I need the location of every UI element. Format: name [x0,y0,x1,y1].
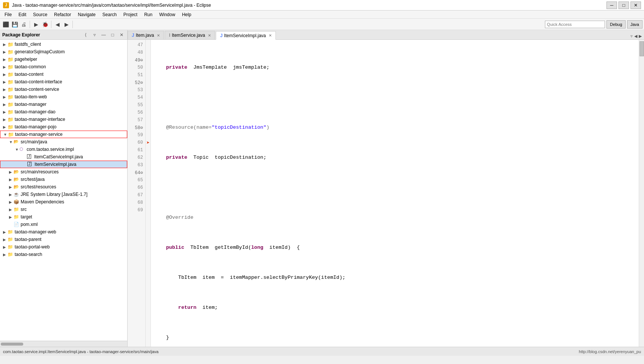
tree-label: taotao-manager-dao [15,109,56,114]
tab-item-java[interactable]: J Item.java ✕ [128,31,164,39]
run-button[interactable]: ▶ [32,20,40,29]
new-button[interactable]: ⬛ [2,20,10,29]
menu-project[interactable]: Project [120,11,140,18]
menu-help[interactable]: Help [179,11,194,18]
tree-label: target [21,214,32,220]
tree-item-fastdfs[interactable]: ▶ 📁 fastdfs_client [0,41,127,48]
tree-item-generator[interactable]: ▶ 📁 generatorSqlmapCustom [0,48,127,56]
debug-button[interactable]: 🐞 [41,20,49,29]
close-button[interactable]: ✕ [630,2,641,9]
pe-minimize-button[interactable]: — [100,32,107,38]
forward-button[interactable]: ▶ [62,20,71,29]
menu-edit[interactable]: Edit [15,11,29,18]
tree-item-content-interface[interactable]: ▶ 📁 taotao-content-interface [0,78,127,86]
save-button[interactable]: 💾 [11,20,19,29]
tree-item-target[interactable]: ▶ 📁 target [0,213,127,221]
pe-collapse-button[interactable]: ⟨ [82,32,89,38]
right-scrollbar-panel[interactable] [639,40,644,347]
line-num-63: 63 [128,161,145,169]
code-text: @Override [154,214,193,221]
tree-item-maven[interactable]: ▶ 📦 Maven Dependencies [0,198,127,206]
code-text: } [154,334,169,341]
tree-item-package[interactable]: ▼ ⬡ com.taotao.service.impl [0,146,127,153]
tree-item-pagehelper[interactable]: ▶ 📁 pagehelper [0,56,127,63]
java-icon: 🄹 [27,162,33,167]
java-file-icon: I [169,33,170,38]
tree-item-search[interactable]: ▶ 📁 taotao-search [0,251,127,258]
tree-item-src-main-java[interactable]: ▼ 📂 src/main/java [0,138,127,146]
folder-icon: 📁 [8,229,14,235]
pe-scroll-thumb[interactable] [1,343,23,346]
java-perspective-button[interactable]: Java [627,20,642,29]
folder-icon: 📁 [14,214,20,220]
maximize-button[interactable]: □ [618,2,629,9]
window-controls[interactable]: ─ □ ✕ [606,2,641,9]
tree-item-portal-web[interactable]: ▶ 📁 taotao-portal-web [0,243,127,251]
tab-close-button[interactable]: ✕ [269,33,272,38]
package-icon: ⬡ [20,147,26,152]
tree-item-manager-web[interactable]: ▶ 📁 taotao-manager-web [0,228,127,236]
tree-item-itemcat-java[interactable]: 🄹 ItemCatServiceImpl.java [0,153,127,161]
code-editor: 47 48 49⊖ 50 51 52⊖ 53 54 55 56 57 58⊖ 5… [128,40,644,347]
expand-arrow: ▶ [3,238,8,242]
menu-navigate[interactable]: Navigate [75,11,98,18]
line-num-59: 59 [128,131,145,139]
tabs-menu-button[interactable]: ▿ [630,33,633,39]
code-text: private JmsTemplate jmsTemplate; [154,64,269,71]
tree-item-manager-service[interactable]: ▼ 📁 taotao-manager-service [0,131,127,138]
quick-access-input[interactable] [545,21,605,28]
tree-item-parent[interactable]: ▶ 📁 taotao-parent [0,236,127,243]
tree-item-src-main-resources[interactable]: ▶ 📂 src/main/resources [0,168,127,176]
tree-item-content[interactable]: ▶ 📁 taotao-content [0,71,127,78]
menu-search[interactable]: Search [99,11,120,18]
menu-source[interactable]: Source [30,11,50,18]
pe-close-button[interactable]: ✕ [118,32,125,38]
folder-icon: 📁 [8,72,14,77]
tab-close-button[interactable]: ✕ [208,33,211,38]
expand-arrow: ▶ [9,170,14,174]
print-button[interactable]: 🖨 [20,20,28,29]
menu-file[interactable]: File [2,11,15,18]
menu-window[interactable]: Window [156,11,178,18]
tree-label: src/test/java [21,177,45,182]
minimize-button[interactable]: ─ [606,2,617,9]
tree-label: fastdfs_client [15,42,41,47]
debug-perspective-button[interactable]: Debug [606,20,625,29]
tree-item-src[interactable]: ▶ 📁 src [0,206,127,213]
folder-icon: 📁 [8,132,14,137]
tree-item-pom[interactable]: 📄 pom.xml [0,221,127,228]
gutter-53 [146,86,150,94]
tree-item-jre[interactable]: ▶ ☕ JRE System Library [JavaSE-1.7] [0,191,127,198]
tree-item-manager-interface[interactable]: ▶ 📁 taotao-manager-interface [0,116,127,123]
status-text-right: http://blog.csdn.net/yerenyuan_pu [579,349,641,354]
pe-maximize-button[interactable]: □ [109,32,116,38]
toolbar-separator-1 [30,21,30,28]
tree-item-manager-pojo[interactable]: ▶ 📁 taotao-manager-pojo [0,123,127,131]
pe-menu-button[interactable]: ▿ [91,32,98,38]
expand-arrow: ▼ [9,140,14,144]
gutter-69 [146,206,150,214]
tree-item-manager-dao[interactable]: ▶ 📁 taotao-manager-dao [0,108,127,116]
quick-access-area: Debug Java [545,20,642,29]
tabs-scroll-left[interactable]: ◀ [633,33,638,39]
tab-close-button[interactable]: ✕ [157,33,160,38]
tree-item-content-service[interactable]: ▶ 📁 taotao-content-service [0,86,127,93]
folder-icon: 📁 [8,117,14,122]
code-content[interactable]: private JmsTemplate jmsTemplate; @Resour… [151,40,639,347]
tree-item-manager[interactable]: ▶ 📁 taotao-manager [0,101,127,108]
tree-item-item-web[interactable]: ▶ 📁 taotao-item-web [0,93,127,101]
tree-item-src-test-java[interactable]: ▶ 📂 src/test/java [0,176,127,183]
menu-run[interactable]: Run [141,11,155,18]
tabs-scroll-right[interactable]: ▶ [638,33,642,39]
tree-item-common[interactable]: ▶ 📁 taotao-common [0,63,127,71]
tree-item-itemservice-java[interactable]: 🄹 ItemServiceImpl.java [0,161,127,168]
tab-itemservice-java[interactable]: I ItemService.java ✕ [165,31,215,39]
back-button[interactable]: ◀ [53,20,62,29]
tab-itemserviceimpl-java[interactable]: J ItemServiceImpl.java ✕ [216,31,276,40]
pe-scrollbar[interactable] [0,341,127,347]
line-num-62: 62 [128,154,145,161]
menu-refactor[interactable]: Refactor [51,11,74,18]
vertical-scroll-thumb[interactable] [639,41,644,56]
expand-arrow: ▶ [3,50,8,54]
tree-item-src-test-resources[interactable]: ▶ 📂 src/test/resources [0,183,127,191]
